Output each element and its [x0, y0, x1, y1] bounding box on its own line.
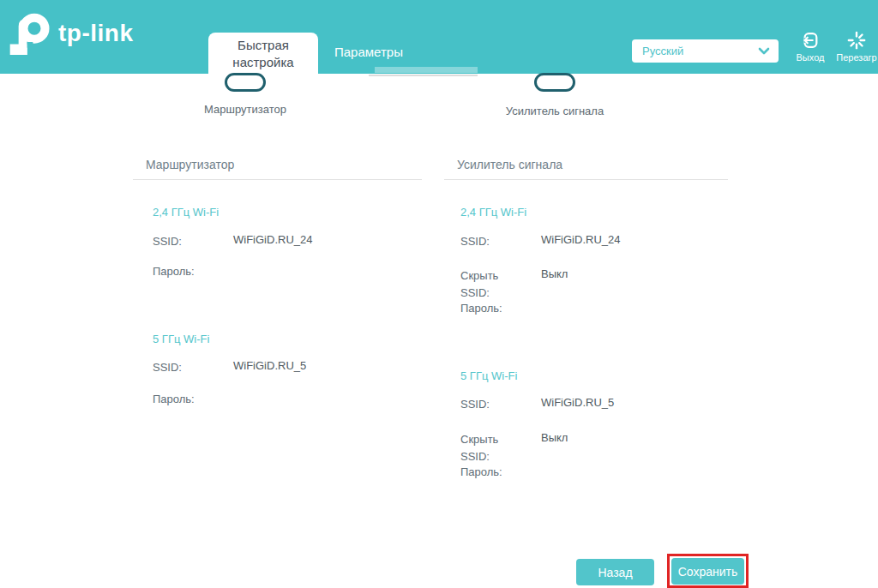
router-device-icon	[225, 73, 266, 92]
extender-device-icon	[534, 73, 575, 92]
chevron-down-icon	[758, 47, 770, 56]
reboot-button[interactable]: Перезагр	[832, 31, 878, 63]
tplink-logo-icon	[9, 10, 51, 57]
hide-ssid-value: Выкл	[541, 267, 568, 280]
extender-summary-column: 2,4 ГГц Wi-Fi SSID: WiFiGiD.RU_24 Скрыть…	[460, 206, 743, 489]
reboot-label: Перезагр	[836, 52, 876, 63]
logout-icon	[801, 31, 820, 50]
password-label: Пароль:	[153, 263, 213, 280]
tab-parameters[interactable]: Параметры	[334, 45, 403, 59]
ssid-value: WiFiGiD.RU_5	[233, 359, 306, 372]
reboot-icon	[847, 31, 866, 50]
extender-24ghz-section-title: 2,4 ГГц Wi-Fi	[460, 206, 526, 219]
password-label: Пароль:	[460, 464, 520, 481]
ssid-value: WiFiGiD.RU_24	[541, 233, 620, 246]
language-selected-value: Русский	[642, 45, 758, 57]
header-bar: tp-link Быстрая настройка Параметры Русс…	[0, 0, 878, 74]
extender-column-divider	[444, 179, 728, 180]
ssid-label: SSID:	[460, 233, 520, 250]
tab-parameters-label: Параметры	[334, 45, 403, 59]
router-5ghz-section-title: 5 ГГц Wi-Fi	[153, 333, 209, 345]
password-label: Пароль:	[153, 391, 213, 408]
hide-ssid-label: Скрыть SSID:	[460, 267, 520, 302]
ssid-label: SSID:	[460, 396, 520, 413]
extender-device-label: Усилитель сигнала	[495, 104, 615, 120]
router-24ghz-section-title: 2,4 ГГц Wi-Fi	[153, 206, 219, 219]
logout-button[interactable]: Выход	[791, 31, 830, 63]
page: { "header": { "logo_text": "tp-link", "t…	[0, 0, 878, 588]
router-summary-column: 2,4 ГГц Wi-Fi SSID: WiFiGiD.RU_24 Пароль…	[153, 206, 436, 411]
extender-5ghz-section-title: 5 ГГц Wi-Fi	[460, 369, 517, 382]
ssid-label: SSID:	[153, 359, 213, 376]
back-button[interactable]: Назад	[576, 559, 654, 585]
save-button[interactable]: Сохранить	[671, 558, 744, 585]
ssid-value: WiFiGiD.RU_24	[233, 233, 312, 246]
logout-label: Выход	[797, 52, 825, 63]
tplink-logo[interactable]: tp-link	[9, 10, 134, 57]
tab-quick-setup[interactable]: Быстрая настройка	[208, 33, 318, 74]
logo-wordmark: tp-link	[58, 20, 134, 47]
ssid-label: SSID:	[153, 233, 213, 250]
router-device-label: Маршрутизатор	[185, 102, 305, 118]
language-select[interactable]: Русский	[632, 39, 779, 63]
ssid-value: WiFiGiD.RU_5	[541, 396, 614, 409]
extender-column-title: Усилитель сигнала	[457, 158, 562, 171]
tab-quick-setup-label: Быстрая настройка	[217, 37, 310, 72]
router-column-title: Маршрутизатор	[146, 158, 234, 171]
hide-ssid-label: Скрыть SSID:	[460, 431, 520, 465]
password-label: Пароль:	[460, 300, 520, 317]
topology-connector-line	[369, 75, 478, 76]
tab-parameters-underline	[375, 67, 478, 73]
hide-ssid-value: Выкл	[541, 431, 568, 444]
router-column-divider	[133, 179, 422, 180]
